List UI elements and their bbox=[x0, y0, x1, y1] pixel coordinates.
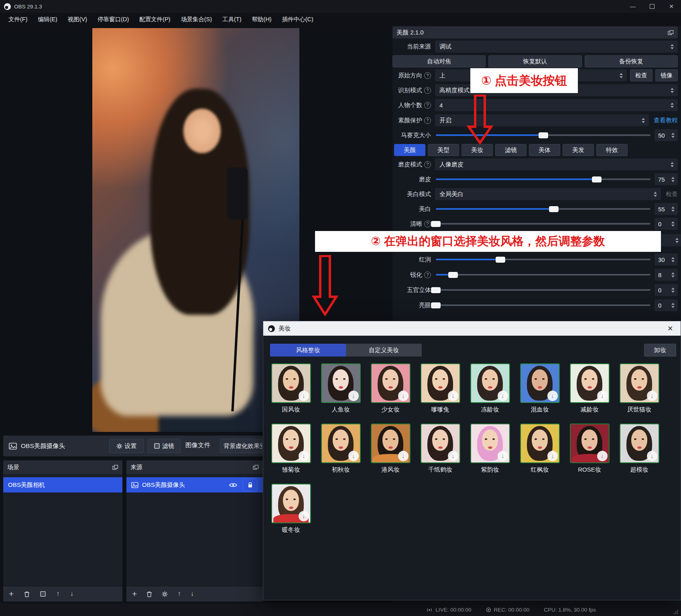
style-thumb-港风妆[interactable]: ↓ bbox=[371, 424, 411, 463]
download-icon[interactable]: ↓ bbox=[398, 391, 409, 401]
menu-item[interactable]: 文件(F) bbox=[3, 13, 33, 26]
beauty-tab-美颜[interactable]: 美颜 bbox=[394, 144, 425, 156]
smooth-mode-select[interactable]: 人像磨皮 bbox=[435, 158, 678, 170]
beauty-tab-滤镜[interactable]: 滤镜 bbox=[495, 144, 527, 156]
download-icon[interactable]: ↓ bbox=[299, 511, 309, 521]
beauty-tab-美体[interactable]: 美体 bbox=[529, 144, 560, 156]
help-icon[interactable]: ? bbox=[424, 87, 431, 94]
download-icon[interactable]: ↓ bbox=[348, 391, 359, 401]
download-icon[interactable]: ↓ bbox=[498, 451, 508, 461]
style-thumb-雏菊妆[interactable]: ↓ bbox=[271, 424, 311, 463]
mosaic-value[interactable]: 50 bbox=[655, 129, 678, 141]
menu-item[interactable]: 插件中心(C) bbox=[277, 13, 319, 26]
beauty-tab-美发[interactable]: 美发 bbox=[563, 144, 594, 156]
whiten-mode-select[interactable]: 全局美白 bbox=[435, 188, 661, 200]
download-icon[interactable]: ↓ bbox=[299, 391, 309, 401]
stereo-value[interactable]: 0 bbox=[655, 284, 678, 296]
move-source-up-button[interactable]: ↑ bbox=[177, 590, 181, 598]
download-icon[interactable]: ↓ bbox=[547, 451, 558, 461]
style-thumb-混血妆[interactable]: ↓ bbox=[520, 363, 560, 403]
whiten-slider[interactable] bbox=[436, 208, 651, 210]
background-blur-button[interactable]: 背景虚化效果安 bbox=[220, 439, 262, 453]
beauty-tab-美型[interactable]: 美型 bbox=[428, 144, 459, 156]
resize-grip[interactable] bbox=[673, 610, 679, 614]
menu-item[interactable]: 帮助(H) bbox=[247, 13, 277, 26]
download-icon[interactable]: ↓ bbox=[597, 451, 608, 461]
download-icon[interactable]: ↓ bbox=[647, 451, 657, 461]
download-icon[interactable]: ↓ bbox=[547, 391, 558, 401]
bright-eye-value[interactable]: 0 bbox=[655, 299, 678, 311]
remove-source-button[interactable] bbox=[146, 591, 152, 597]
remove-scene-button[interactable] bbox=[24, 591, 30, 597]
scene-item[interactable]: OBS美颜相机 bbox=[3, 477, 122, 492]
help-icon[interactable]: ? bbox=[424, 72, 431, 79]
move-scene-up-button[interactable]: ↑ bbox=[56, 590, 60, 598]
current-source-select[interactable]: 调试 bbox=[435, 41, 678, 53]
close-icon[interactable]: ✕ bbox=[665, 324, 676, 333]
menu-item[interactable]: 场景集合(S) bbox=[176, 13, 217, 26]
action-button[interactable]: 备份恢复 bbox=[585, 55, 678, 67]
style-thumb-千纸鹤妆[interactable]: ↓ bbox=[421, 424, 460, 463]
smooth-value[interactable]: 75 bbox=[655, 173, 678, 185]
popout-icon[interactable] bbox=[253, 465, 259, 470]
rosy-slider[interactable] bbox=[436, 259, 651, 260]
whiten-value[interactable]: 55 bbox=[655, 203, 678, 215]
style-thumb-国风妆[interactable]: ↓ bbox=[271, 363, 311, 403]
help-icon[interactable]: ? bbox=[424, 221, 431, 227]
rosy-value[interactable]: 30 bbox=[655, 253, 678, 265]
settings-button[interactable]: 设置 bbox=[109, 439, 144, 453]
download-icon[interactable]: ↓ bbox=[597, 391, 608, 401]
image-file-label[interactable]: 图像文件 bbox=[185, 441, 210, 450]
menu-item[interactable]: 编辑(E) bbox=[33, 13, 63, 26]
scene-filters-button[interactable] bbox=[40, 591, 46, 597]
help-icon[interactable]: ? bbox=[424, 102, 431, 109]
visibility-eye-icon[interactable] bbox=[229, 482, 237, 488]
tutorial-link[interactable]: 查看教程 bbox=[654, 117, 678, 124]
style-thumb-减龄妆[interactable]: ↓ bbox=[570, 363, 610, 403]
action-button[interactable]: 恢复默认 bbox=[488, 55, 581, 67]
popout-icon[interactable] bbox=[112, 465, 118, 470]
lock-icon[interactable] bbox=[243, 478, 257, 491]
style-thumb-冻龄妆[interactable]: ↓ bbox=[470, 363, 510, 403]
bright-eye-slider[interactable] bbox=[436, 304, 651, 306]
menu-item[interactable]: 工具(T) bbox=[217, 13, 247, 26]
menu-item[interactable]: 视图(V) bbox=[63, 13, 92, 26]
download-icon[interactable]: ↓ bbox=[448, 451, 458, 461]
sharpen-slider[interactable] bbox=[436, 274, 651, 276]
style-thumb-初秋妆[interactable]: ↓ bbox=[321, 424, 361, 463]
download-icon[interactable]: ↓ bbox=[398, 451, 409, 461]
clarity-value[interactable]: 0 bbox=[655, 218, 678, 230]
smooth-slider[interactable] bbox=[436, 178, 651, 180]
remove-makeup-button[interactable]: 卸妆 bbox=[644, 344, 676, 357]
check-button[interactable]: 检查 bbox=[630, 69, 653, 81]
style-thumb-暖冬妆[interactable]: ↓ bbox=[271, 484, 311, 523]
minimize-button[interactable]: — bbox=[623, 0, 642, 13]
move-source-down-button[interactable]: ↓ bbox=[191, 590, 194, 598]
mirror-button[interactable]: 镜像 bbox=[655, 69, 678, 81]
clarity-slider[interactable] bbox=[436, 223, 651, 225]
style-thumb-ROSE妆[interactable]: ↓ bbox=[570, 424, 610, 463]
add-source-button[interactable]: + bbox=[132, 589, 137, 599]
style-thumb-超模妆[interactable]: ↓ bbox=[620, 424, 659, 463]
move-scene-down-button[interactable]: ↓ bbox=[70, 590, 74, 598]
download-icon[interactable]: ↓ bbox=[299, 451, 309, 461]
close-button[interactable]: ✕ bbox=[662, 0, 681, 13]
add-scene-button[interactable]: + bbox=[9, 589, 14, 599]
download-icon[interactable]: ↓ bbox=[498, 391, 508, 401]
makeup-tab[interactable]: 自定义美妆 bbox=[346, 344, 422, 357]
beauty-tab-美妆[interactable]: 美妆 bbox=[461, 144, 493, 156]
style-thumb-红枫妆[interactable]: ↓ bbox=[520, 424, 560, 463]
hidden-row-value[interactable] bbox=[659, 234, 681, 246]
style-thumb-人鱼妆[interactable]: ↓ bbox=[321, 363, 361, 403]
style-thumb-紫韵妆[interactable]: ↓ bbox=[470, 424, 510, 463]
source-item[interactable]: OBS美颜摄像头 bbox=[126, 477, 263, 492]
beauty-tab-特效[interactable]: 特效 bbox=[596, 144, 628, 156]
download-icon[interactable]: ↓ bbox=[647, 391, 657, 401]
style-thumb-嗲嗲兔[interactable]: ↓ bbox=[421, 363, 460, 403]
sharpen-value[interactable]: 8 bbox=[655, 269, 678, 281]
stereo-slider[interactable] bbox=[436, 289, 651, 291]
help-icon[interactable]: ? bbox=[424, 161, 431, 168]
download-icon[interactable]: ↓ bbox=[448, 391, 458, 401]
style-thumb-少女妆[interactable]: ↓ bbox=[371, 363, 411, 403]
maximize-button[interactable] bbox=[642, 0, 662, 13]
